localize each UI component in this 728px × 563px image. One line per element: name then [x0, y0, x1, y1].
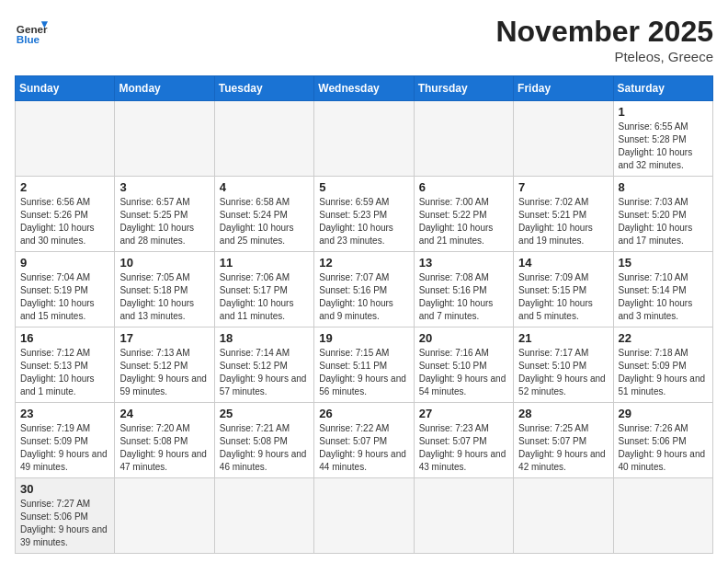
day-of-week-header: Saturday — [613, 76, 712, 101]
calendar-cell — [214, 101, 313, 177]
day-number: 1 — [619, 105, 708, 119]
day-info: Sunrise: 7:10 AM Sunset: 5:14 PM Dayligh… — [619, 271, 708, 323]
calendar-cell — [115, 478, 214, 554]
calendar-cell: 27Sunrise: 7:23 AM Sunset: 5:07 PM Dayli… — [414, 403, 513, 478]
day-number: 16 — [20, 331, 109, 345]
calendar-cell: 4Sunrise: 6:58 AM Sunset: 5:24 PM Daylig… — [214, 177, 313, 252]
day-number: 30 — [20, 482, 109, 496]
calendar-cell — [314, 101, 414, 177]
day-info: Sunrise: 7:15 AM Sunset: 5:11 PM Dayligh… — [319, 347, 408, 398]
calendar-cell: 15Sunrise: 7:10 AM Sunset: 5:14 PM Dayli… — [613, 252, 712, 327]
day-number: 17 — [119, 331, 209, 345]
calendar-cell: 13Sunrise: 7:08 AM Sunset: 5:16 PM Dayli… — [414, 252, 513, 327]
calendar-cell: 6Sunrise: 7:00 AM Sunset: 5:22 PM Daylig… — [414, 177, 513, 252]
calendar-cell: 9Sunrise: 7:04 AM Sunset: 5:19 PM Daylig… — [16, 252, 115, 327]
day-info: Sunrise: 7:20 AM Sunset: 5:08 PM Dayligh… — [119, 422, 209, 474]
calendar-cell: 1Sunrise: 6:55 AM Sunset: 5:28 PM Daylig… — [613, 101, 712, 177]
day-info: Sunrise: 7:05 AM Sunset: 5:18 PM Dayligh… — [119, 271, 209, 323]
day-number: 6 — [419, 180, 508, 194]
svg-text:Blue: Blue — [17, 33, 40, 45]
calendar-cell: 24Sunrise: 7:20 AM Sunset: 5:08 PM Dayli… — [115, 403, 214, 478]
calendar-cell: 19Sunrise: 7:15 AM Sunset: 5:11 PM Dayli… — [314, 327, 414, 403]
day-number: 20 — [419, 331, 508, 345]
title-block: November 2025 Pteleos, Greece — [495, 15, 713, 64]
day-info: Sunrise: 6:55 AM Sunset: 5:28 PM Dayligh… — [619, 121, 708, 172]
day-info: Sunrise: 7:16 AM Sunset: 5:10 PM Dayligh… — [419, 347, 508, 398]
calendar-cell: 11Sunrise: 7:06 AM Sunset: 5:17 PM Dayli… — [214, 252, 313, 327]
day-of-week-header: Sunday — [16, 76, 115, 101]
day-number: 9 — [20, 256, 109, 270]
logo: General Blue — [15, 15, 48, 48]
day-number: 19 — [319, 331, 408, 345]
day-number: 22 — [619, 331, 708, 345]
calendar-cell: 10Sunrise: 7:05 AM Sunset: 5:18 PM Dayli… — [115, 252, 214, 327]
calendar-cell: 20Sunrise: 7:16 AM Sunset: 5:10 PM Dayli… — [414, 327, 513, 403]
day-info: Sunrise: 7:17 AM Sunset: 5:10 PM Dayligh… — [518, 347, 608, 398]
day-info: Sunrise: 7:22 AM Sunset: 5:07 PM Dayligh… — [319, 422, 408, 474]
day-number: 18 — [220, 331, 309, 345]
calendar-cell: 22Sunrise: 7:18 AM Sunset: 5:09 PM Dayli… — [613, 327, 712, 403]
day-number: 12 — [319, 256, 408, 270]
day-of-week-header: Tuesday — [214, 76, 313, 101]
day-number: 24 — [119, 407, 209, 420]
calendar-cell — [414, 478, 513, 554]
day-info: Sunrise: 7:27 AM Sunset: 5:06 PM Dayligh… — [20, 498, 109, 549]
day-number: 15 — [619, 256, 708, 270]
day-number: 11 — [220, 256, 309, 270]
calendar-cell: 21Sunrise: 7:17 AM Sunset: 5:10 PM Dayli… — [514, 327, 613, 403]
day-number: 10 — [119, 256, 209, 270]
calendar-header-row: SundayMondayTuesdayWednesdayThursdayFrid… — [16, 76, 713, 101]
calendar-cell: 29Sunrise: 7:26 AM Sunset: 5:06 PM Dayli… — [613, 403, 712, 478]
calendar-cell — [514, 101, 613, 177]
day-number: 2 — [20, 180, 109, 194]
calendar-cell: 28Sunrise: 7:25 AM Sunset: 5:07 PM Dayli… — [514, 403, 613, 478]
calendar-cell: 3Sunrise: 6:57 AM Sunset: 5:25 PM Daylig… — [115, 177, 214, 252]
day-number: 8 — [619, 180, 708, 194]
day-of-week-header: Thursday — [414, 76, 513, 101]
day-info: Sunrise: 6:58 AM Sunset: 5:24 PM Dayligh… — [220, 196, 309, 247]
page-header: General Blue November 2025 Pteleos, Gree… — [15, 15, 713, 64]
calendar-cell — [16, 101, 115, 177]
day-number: 26 — [319, 407, 408, 420]
calendar-cell — [214, 478, 313, 554]
calendar-cell: 26Sunrise: 7:22 AM Sunset: 5:07 PM Dayli… — [314, 403, 414, 478]
day-number: 25 — [220, 407, 309, 420]
calendar-cell: 7Sunrise: 7:02 AM Sunset: 5:21 PM Daylig… — [514, 177, 613, 252]
day-of-week-header: Wednesday — [314, 76, 414, 101]
day-number: 13 — [419, 256, 508, 270]
calendar-cell — [613, 478, 712, 554]
calendar-cell: 12Sunrise: 7:07 AM Sunset: 5:16 PM Dayli… — [314, 252, 414, 327]
calendar-cell: 17Sunrise: 7:13 AM Sunset: 5:12 PM Dayli… — [115, 327, 214, 403]
day-info: Sunrise: 7:14 AM Sunset: 5:12 PM Dayligh… — [220, 347, 309, 398]
day-info: Sunrise: 7:07 AM Sunset: 5:16 PM Dayligh… — [319, 271, 408, 323]
day-info: Sunrise: 7:21 AM Sunset: 5:08 PM Dayligh… — [220, 422, 309, 474]
day-number: 3 — [119, 180, 209, 194]
day-number: 23 — [20, 407, 109, 420]
calendar-cell: 23Sunrise: 7:19 AM Sunset: 5:09 PM Dayli… — [16, 403, 115, 478]
location: Pteleos, Greece — [495, 49, 713, 64]
day-info: Sunrise: 7:19 AM Sunset: 5:09 PM Dayligh… — [20, 422, 109, 474]
day-info: Sunrise: 7:12 AM Sunset: 5:13 PM Dayligh… — [20, 347, 109, 398]
day-number: 21 — [518, 331, 608, 345]
day-info: Sunrise: 7:06 AM Sunset: 5:17 PM Dayligh… — [220, 271, 309, 323]
calendar-cell: 2Sunrise: 6:56 AM Sunset: 5:26 PM Daylig… — [16, 177, 115, 252]
logo-icon: General Blue — [15, 15, 48, 48]
calendar-cell: 5Sunrise: 6:59 AM Sunset: 5:23 PM Daylig… — [314, 177, 414, 252]
day-number: 29 — [619, 407, 708, 420]
month-title: November 2025 — [495, 15, 713, 49]
day-info: Sunrise: 7:08 AM Sunset: 5:16 PM Dayligh… — [419, 271, 508, 323]
day-info: Sunrise: 7:13 AM Sunset: 5:12 PM Dayligh… — [119, 347, 209, 398]
day-info: Sunrise: 7:02 AM Sunset: 5:21 PM Dayligh… — [518, 196, 608, 247]
day-of-week-header: Monday — [115, 76, 214, 101]
day-info: Sunrise: 7:25 AM Sunset: 5:07 PM Dayligh… — [518, 422, 608, 474]
day-info: Sunrise: 7:23 AM Sunset: 5:07 PM Dayligh… — [419, 422, 508, 474]
day-info: Sunrise: 7:26 AM Sunset: 5:06 PM Dayligh… — [619, 422, 708, 474]
calendar-cell: 14Sunrise: 7:09 AM Sunset: 5:15 PM Dayli… — [514, 252, 613, 327]
day-info: Sunrise: 7:04 AM Sunset: 5:19 PM Dayligh… — [20, 271, 109, 323]
calendar-cell: 18Sunrise: 7:14 AM Sunset: 5:12 PM Dayli… — [214, 327, 313, 403]
calendar-cell — [414, 101, 513, 177]
day-info: Sunrise: 7:09 AM Sunset: 5:15 PM Dayligh… — [518, 271, 608, 323]
day-info: Sunrise: 6:59 AM Sunset: 5:23 PM Dayligh… — [319, 196, 408, 247]
day-number: 14 — [518, 256, 608, 270]
day-info: Sunrise: 7:18 AM Sunset: 5:09 PM Dayligh… — [619, 347, 708, 398]
